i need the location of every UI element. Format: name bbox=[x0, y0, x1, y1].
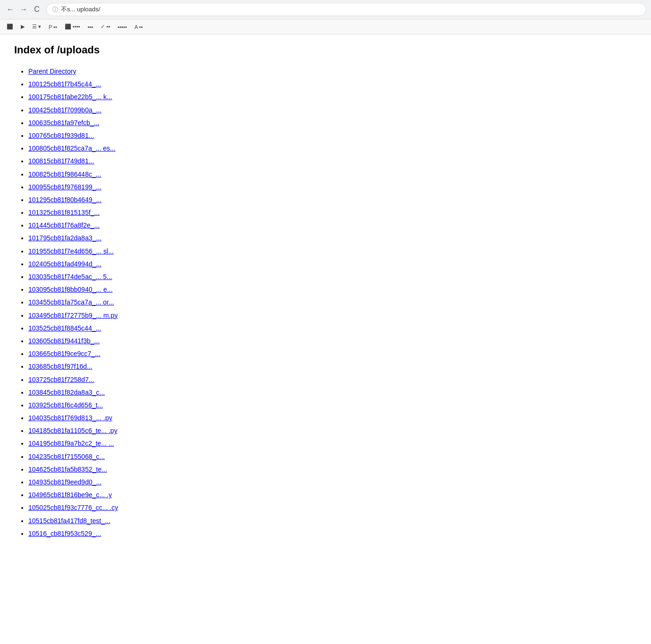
forward-button[interactable]: → bbox=[18, 4, 29, 15]
list-item: Parent Directory bbox=[28, 66, 411, 77]
list-item: 10516_cb81f953c529_... bbox=[28, 528, 411, 540]
page-title: Index of /uploads bbox=[14, 44, 411, 56]
page-content: Index of /uploads Parent Directory100125… bbox=[0, 34, 425, 550]
list-item: 101795cb81fa2da8a3_... bbox=[28, 232, 411, 244]
list-item: 100805cb81f825ca7a_... es... bbox=[28, 143, 411, 154]
file-link[interactable]: 104035cb81f769d813_... .py bbox=[28, 414, 112, 422]
list-item: 103525cb81f8845c44_... bbox=[28, 322, 411, 334]
list-item: 103035cb81f74de5ac_... 5... bbox=[28, 271, 411, 283]
list-item: 100425cb81f7099b0a_... bbox=[28, 104, 411, 116]
list-item: 105025cb81f93c7776_cc... .cy bbox=[28, 502, 411, 514]
list-item: 104625cb81fa5b8352_te... bbox=[28, 464, 411, 475]
list-item: 104195cb81f9a7b2c2_te... ... bbox=[28, 438, 411, 449]
reload-button[interactable]: C bbox=[31, 4, 43, 15]
file-link[interactable]: 103525cb81f8845c44_... bbox=[28, 324, 101, 332]
file-link[interactable]: 101325cb81f815135f_... bbox=[28, 209, 100, 216]
file-link[interactable]: 104235cb81f7155068_c... bbox=[28, 453, 105, 460]
file-link[interactable]: 100955cb81f9768199_... bbox=[28, 183, 102, 191]
list-item: 103725cb81f7258d7... bbox=[28, 374, 411, 386]
file-link[interactable]: 103095cb81f8bb0940_... e... bbox=[28, 286, 112, 293]
file-link[interactable]: 100175cb81fabe22b5_... k... bbox=[28, 93, 112, 101]
security-icon: ⓘ bbox=[52, 6, 58, 14]
file-link[interactable]: 103845cb81f82da8a3_c... bbox=[28, 389, 105, 396]
toolbar-item-7[interactable]: ✓ ▪▪ bbox=[98, 23, 113, 31]
list-item: 104965cb81f816be9e_c... .y bbox=[28, 489, 411, 501]
file-link[interactable]: 104195cb81f9a7b2c2_te... ... bbox=[28, 440, 114, 447]
browser-chrome: ← → C ⓘ 不s... uploads/ bbox=[0, 0, 651, 19]
file-link[interactable]: 103455cb81fa75ca7a_... or... bbox=[28, 298, 114, 306]
file-link[interactable]: 100425cb81f7099b0a_... bbox=[28, 106, 102, 114]
file-link[interactable]: 104625cb81fa5b8352_te... bbox=[28, 466, 107, 473]
list-item: 104185cb81fa1105c6_te... .py bbox=[28, 425, 411, 437]
file-link[interactable]: 105025cb81f93c7776_cc... .cy bbox=[28, 504, 118, 511]
toolbar-item-3[interactable]: ☰ ▾ bbox=[29, 23, 44, 31]
toolbar-item-8[interactable]: ▪▪▪▪▪ bbox=[115, 23, 130, 31]
file-link[interactable]: 101295cb81f80b4649_... bbox=[28, 196, 102, 203]
address-bar[interactable]: ⓘ 不s... uploads/ bbox=[46, 3, 646, 16]
file-link[interactable]: 103725cb81f7258d7... bbox=[28, 376, 94, 383]
url-text: 不s... uploads/ bbox=[61, 5, 100, 14]
list-item: 102405cb81fad4994d_... bbox=[28, 258, 411, 270]
file-link[interactable]: 101795cb81fa2da8a3_... bbox=[28, 234, 102, 242]
toolbar-item-4[interactable]: P ▪▪ bbox=[46, 23, 60, 31]
list-item: 103925cb81f6c4d656_t... bbox=[28, 399, 411, 411]
file-link[interactable]: 100805cb81f825ca7a_... es... bbox=[28, 144, 115, 152]
parent-directory-link[interactable]: Parent Directory bbox=[28, 68, 76, 75]
file-link[interactable]: 104965cb81f816be9e_c... .y bbox=[28, 491, 112, 499]
file-list: Parent Directory100125cb81f7b45c44_...10… bbox=[14, 66, 411, 540]
list-item: 104235cb81f7155068_c... bbox=[28, 451, 411, 463]
list-item: 103845cb81f82da8a3_c... bbox=[28, 387, 411, 398]
list-item: 103605cb81f9441f3b_... bbox=[28, 335, 411, 347]
file-link[interactable]: 103685cb81f97f16d... bbox=[28, 363, 92, 370]
file-link[interactable]: 102405cb81fad4994d_... bbox=[28, 260, 102, 268]
file-link[interactable]: 100635cb81fa97efcb_... bbox=[28, 119, 99, 127]
list-item: 100955cb81f9768199_... bbox=[28, 181, 411, 193]
file-link[interactable]: 10515cb81fa417fd8_test_... bbox=[28, 517, 111, 525]
file-link[interactable]: 101445cb81f76a8f2e_... bbox=[28, 221, 100, 229]
file-link[interactable]: 103605cb81f9441f3b_... bbox=[28, 337, 100, 345]
file-link[interactable]: 100815cb81f749d81... bbox=[28, 157, 94, 165]
list-item: 100125cb81f7b45c44_... bbox=[28, 78, 411, 90]
toolbar-item-6[interactable]: ▪▪▪ bbox=[85, 23, 96, 31]
file-link[interactable]: 100825cb81f986448c_... bbox=[28, 170, 101, 178]
list-item: 101325cb81f815135f_... bbox=[28, 207, 411, 219]
toolbar-item-5[interactable]: ⬛ ▪▪▪▪ bbox=[62, 23, 83, 31]
list-item: 103495cb81f72775b9_... m.py bbox=[28, 310, 411, 322]
list-item: 101445cb81f76a8f2e_... bbox=[28, 220, 411, 231]
nav-buttons: ← → C bbox=[5, 4, 43, 15]
toolbar-item-1[interactable]: ⬛ bbox=[4, 23, 16, 31]
browser-toolbar: ⬛ ▶ ☰ ▾ P ▪▪ ⬛ ▪▪▪▪ ▪▪▪ ✓ ▪▪ ▪▪▪▪▪ A ▪▪ bbox=[0, 19, 651, 34]
list-item: 100765cb81f939d81... bbox=[28, 130, 411, 142]
file-link[interactable]: 10516_cb81f953c529_... bbox=[28, 530, 101, 537]
list-item: 103685cb81f97f16d... bbox=[28, 361, 411, 373]
list-item: 101295cb81f80b4649_... bbox=[28, 194, 411, 206]
list-item: 100825cb81f986448c_... bbox=[28, 169, 411, 180]
list-item: 104935cb81f9eed9d0_... bbox=[28, 476, 411, 488]
list-item: 103095cb81f8bb0940_... e... bbox=[28, 284, 411, 296]
list-item: 103455cb81fa75ca7a_... or... bbox=[28, 297, 411, 308]
toolbar-item-9[interactable]: A ▪▪ bbox=[132, 23, 146, 31]
file-link[interactable]: 103925cb81f6c4d656_t... bbox=[28, 401, 103, 409]
file-link[interactable]: 101955cb81f7e4d656_... sl... bbox=[28, 247, 114, 255]
list-item: 10515cb81fa417fd8_test_... bbox=[28, 515, 411, 527]
list-item: 100175cb81fabe22b5_... k... bbox=[28, 91, 411, 103]
file-link[interactable]: 100125cb81f7b45c44_... bbox=[28, 80, 101, 88]
file-link[interactable]: 103665cb81f9ce9cc7_... bbox=[28, 350, 101, 357]
list-item: 104035cb81f769d813_... .py bbox=[28, 412, 411, 424]
list-item: 100815cb81f749d81... bbox=[28, 155, 411, 167]
list-item: 101955cb81f7e4d656_... sl... bbox=[28, 246, 411, 257]
back-button[interactable]: ← bbox=[5, 4, 16, 15]
file-link[interactable]: 103035cb81f74de5ac_... 5... bbox=[28, 273, 112, 280]
file-link[interactable]: 104185cb81fa1105c6_te... .py bbox=[28, 427, 117, 434]
list-item: 103665cb81f9ce9cc7_... bbox=[28, 348, 411, 360]
file-link[interactable]: 100765cb81f939d81... bbox=[28, 132, 94, 139]
list-item: 100635cb81fa97efcb_... bbox=[28, 117, 411, 129]
file-link[interactable]: 104935cb81f9eed9d0_... bbox=[28, 478, 102, 486]
toolbar-item-2[interactable]: ▶ bbox=[18, 23, 27, 31]
file-link[interactable]: 103495cb81f72775b9_... m.py bbox=[28, 312, 118, 319]
